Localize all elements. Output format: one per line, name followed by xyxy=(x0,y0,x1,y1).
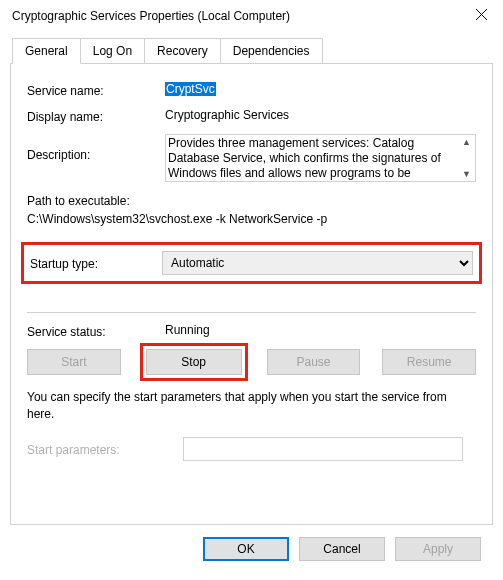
tab-strip: General Log On Recovery Dependencies xyxy=(12,38,493,64)
close-icon[interactable] xyxy=(469,9,493,23)
title-bar: Cryptographic Services Properties (Local… xyxy=(0,0,503,32)
tab-recovery[interactable]: Recovery xyxy=(145,38,221,64)
start-parameters-input xyxy=(183,437,463,461)
path-label: Path to executable: xyxy=(27,192,476,210)
tab-general[interactable]: General xyxy=(12,38,81,64)
service-status-value: Running xyxy=(165,323,476,337)
description-label: Description: xyxy=(27,134,165,162)
scroll-up-icon[interactable]: ▲ xyxy=(458,137,475,147)
service-status-label: Service status: xyxy=(27,323,165,339)
service-name-label: Service name: xyxy=(27,82,165,98)
general-panel: Service name: CryptSvc Display name: Cry… xyxy=(10,63,493,525)
tab-log-on[interactable]: Log On xyxy=(81,38,145,64)
stop-button[interactable]: Stop xyxy=(146,349,242,375)
description-text[interactable]: Provides three management services: Cata… xyxy=(166,135,458,181)
startup-type-select[interactable]: Automatic xyxy=(162,251,473,275)
display-name-label: Display name: xyxy=(27,108,165,124)
ok-button[interactable]: OK xyxy=(203,537,289,561)
description-scrollbar[interactable]: ▲ ▼ xyxy=(458,135,475,181)
window-title: Cryptographic Services Properties (Local… xyxy=(12,9,290,23)
display-name-value: Cryptographic Services xyxy=(165,108,476,122)
resume-button: Resume xyxy=(382,349,476,375)
start-parameters-label: Start parameters: xyxy=(27,441,183,457)
start-button: Start xyxy=(27,349,121,375)
startup-type-label: Startup type: xyxy=(30,256,162,271)
description-box: Provides three management services: Cata… xyxy=(165,134,476,182)
dialog-button-row: OK Cancel Apply xyxy=(10,525,493,561)
pause-button: Pause xyxy=(267,349,361,375)
service-name-value[interactable]: CryptSvc xyxy=(165,82,216,96)
startup-type-row: Startup type: Automatic xyxy=(21,242,482,284)
tab-dependencies[interactable]: Dependencies xyxy=(221,38,323,64)
cancel-button[interactable]: Cancel xyxy=(299,537,385,561)
stop-highlight: Stop xyxy=(140,343,248,381)
parameters-note: You can specify the start parameters tha… xyxy=(27,389,476,423)
apply-button: Apply xyxy=(395,537,481,561)
separator xyxy=(27,312,476,313)
path-value: C:\Windows\system32\svchost.exe -k Netwo… xyxy=(27,210,476,228)
scroll-down-icon[interactable]: ▼ xyxy=(458,169,475,179)
